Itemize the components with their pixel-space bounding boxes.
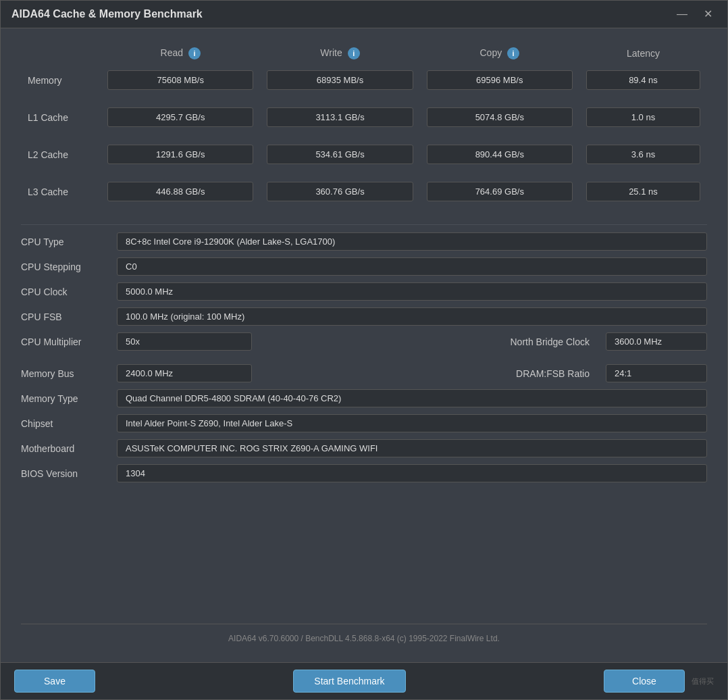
- cpu-multiplier-label: CPU Multiplier: [21, 336, 109, 347]
- header-latency: Latency: [579, 42, 707, 65]
- cpu-fsb-label: CPU FSB: [21, 311, 109, 322]
- bench-read-2: 1291.6 GB/s: [101, 139, 260, 170]
- header-write: Write i: [260, 42, 419, 65]
- cpu-type-row: CPU Type 8C+8c Intel Core i9-12900K (Ald…: [21, 229, 707, 254]
- cpu-stepping-row: CPU Stepping C0: [21, 254, 707, 279]
- bench-label-3: L3 Cache: [21, 176, 101, 207]
- bench-label-0: Memory: [21, 65, 101, 95]
- cpu-fsb-row: CPU FSB 100.0 MHz (original: 100 MHz): [21, 304, 707, 329]
- main-window: AIDA64 Cache & Memory Benchmark — ✕ Read…: [0, 0, 728, 700]
- bios-row: BIOS Version 1304: [21, 461, 707, 486]
- cpu-stepping-label: CPU Stepping: [21, 261, 109, 272]
- bench-latency-2: 3.6 ns: [579, 139, 707, 170]
- chipset-label: Chipset: [21, 418, 109, 429]
- motherboard-row: Motherboard ASUSTeK COMPUTER INC. ROG ST…: [21, 436, 707, 461]
- bench-copy-2: 890.44 GB/s: [420, 139, 579, 170]
- cpu-clock-label: CPU Clock: [21, 286, 109, 297]
- memory-type-label: Memory Type: [21, 393, 109, 404]
- motherboard-value: ASUSTeK COMPUTER INC. ROG STRIX Z690-A G…: [117, 439, 707, 457]
- cpu-clock-row: CPU Clock 5000.0 MHz: [21, 279, 707, 304]
- title-bar: AIDA64 Cache & Memory Benchmark — ✕: [1, 1, 727, 28]
- bench-row-2: L2 Cache 1291.6 GB/s 534.61 GB/s 890.44 …: [21, 139, 707, 170]
- divider-1: [21, 224, 707, 225]
- save-button[interactable]: Save: [14, 670, 95, 693]
- bench-write-3: 360.76 GB/s: [260, 176, 419, 207]
- cpu-type-label: CPU Type: [21, 236, 109, 247]
- cpu-multiplier-value: 50x: [117, 332, 252, 351]
- bios-label: BIOS Version: [21, 468, 109, 479]
- north-bridge-label: North Bridge Clock: [260, 336, 590, 347]
- cpu-multiplier-row: CPU Multiplier 50x North Bridge Clock 36…: [21, 329, 707, 354]
- close-button[interactable]: ✕: [700, 7, 717, 21]
- start-benchmark-button[interactable]: Start Benchmark: [293, 670, 405, 693]
- memory-bus-value: 2400.0 MHz: [117, 364, 252, 382]
- minimize-button[interactable]: —: [673, 7, 692, 21]
- read-info-icon[interactable]: i: [188, 47, 201, 59]
- bottom-bar: Save Start Benchmark Close 值得买: [1, 662, 727, 699]
- content-area: Read i Write i Copy i Latency: [1, 28, 727, 662]
- cpu-clock-value: 5000.0 MHz: [117, 282, 707, 301]
- dram-fsb-label: DRAM:FSB Ratio: [260, 368, 590, 379]
- watermark: 值得买: [692, 676, 714, 686]
- bench-row-3: L3 Cache 446.88 GB/s 360.76 GB/s 764.69 …: [21, 176, 707, 207]
- bench-copy-1: 5074.8 GB/s: [420, 102, 579, 132]
- copy-info-icon[interactable]: i: [507, 47, 519, 59]
- chipset-value: Intel Alder Point-S Z690, Intel Alder La…: [117, 414, 707, 432]
- bench-copy-0: 69596 MB/s: [420, 65, 579, 95]
- bench-read-1: 4295.7 GB/s: [101, 102, 260, 132]
- bench-read-0: 75608 MB/s: [101, 65, 260, 95]
- bench-latency-1: 1.0 ns: [579, 102, 707, 132]
- bench-row-1: L1 Cache 4295.7 GB/s 3113.1 GB/s 5074.8 …: [21, 102, 707, 132]
- memory-type-row: Memory Type Quad Channel DDR5-4800 SDRAM…: [21, 386, 707, 411]
- chipset-row: Chipset Intel Alder Point-S Z690, Intel …: [21, 411, 707, 436]
- bench-write-1: 3113.1 GB/s: [260, 102, 419, 132]
- window-title: AIDA64 Cache & Memory Benchmark: [11, 8, 203, 20]
- header-read: Read i: [101, 42, 260, 65]
- close-button-bottom[interactable]: Close: [604, 670, 685, 693]
- header-copy: Copy i: [420, 42, 579, 65]
- cpu-stepping-value: C0: [117, 257, 707, 276]
- footer-text: AIDA64 v6.70.6000 / BenchDLL 4.5.868.8-x…: [21, 624, 707, 649]
- cpu-type-value: 8C+8c Intel Core i9-12900K (Alder Lake-S…: [117, 232, 707, 251]
- bench-label-2: L2 Cache: [21, 139, 101, 170]
- bench-write-2: 534.61 GB/s: [260, 139, 419, 170]
- memory-bus-row: Memory Bus 2400.0 MHz DRAM:FSB Ratio 24:…: [21, 361, 707, 386]
- title-bar-controls: — ✕: [673, 7, 717, 21]
- north-bridge-value: 3600.0 MHz: [606, 332, 707, 351]
- bios-value: 1304: [117, 464, 707, 482]
- bench-row-0: Memory 75608 MB/s 68935 MB/s 69596 MB/s …: [21, 65, 707, 95]
- dram-fsb-value: 24:1: [606, 364, 707, 382]
- motherboard-label: Motherboard: [21, 443, 109, 454]
- info-section: CPU Type 8C+8c Intel Core i9-12900K (Ald…: [21, 229, 707, 486]
- memory-bus-label: Memory Bus: [21, 368, 109, 379]
- memory-type-value: Quad Channel DDR5-4800 SDRAM (40-40-40-7…: [117, 389, 707, 407]
- bench-label-1: L1 Cache: [21, 102, 101, 132]
- bench-latency-3: 25.1 ns: [579, 176, 707, 207]
- cpu-fsb-value: 100.0 MHz (original: 100 MHz): [117, 307, 707, 326]
- bench-read-3: 446.88 GB/s: [101, 176, 260, 207]
- benchmark-table: Read i Write i Copy i Latency: [21, 42, 707, 207]
- bench-write-0: 68935 MB/s: [260, 65, 419, 95]
- bench-copy-3: 764.69 GB/s: [420, 176, 579, 207]
- write-info-icon[interactable]: i: [348, 47, 360, 59]
- bench-latency-0: 89.4 ns: [579, 65, 707, 95]
